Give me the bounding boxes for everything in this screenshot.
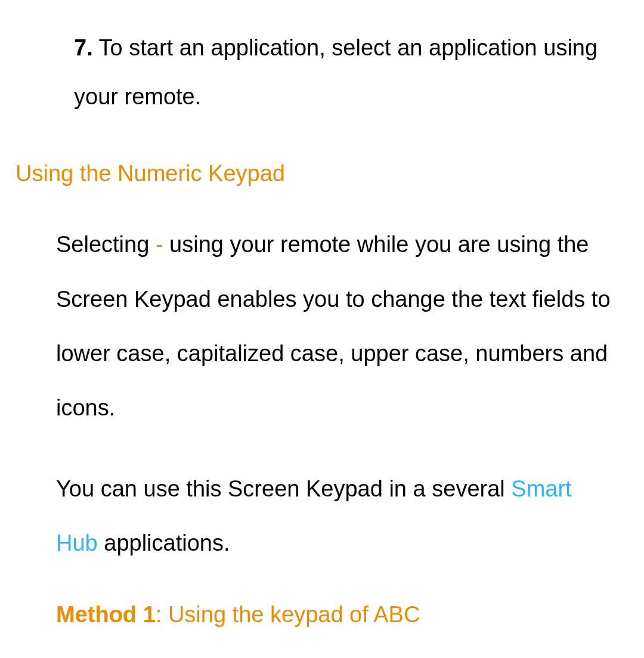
method-label: Method 1 [56,602,156,627]
para2-part1: You can use this Screen Keypad in a seve… [56,476,511,501]
method-colon: : [156,602,168,627]
para2-part2: applications. [98,530,230,555]
method-1-heading: Method 1: Using the keypad of ABC [56,598,630,632]
orange-dash: - [156,232,163,257]
step-text: To start an application, select an appli… [74,35,597,109]
paragraph-2: You can use this Screen Keypad in a seve… [56,462,612,570]
step-number: 7. [74,35,93,60]
paragraph-1: Selecting - using your remote while you … [56,218,612,435]
para1-part2: using your remote while you are using th… [56,232,611,420]
para1-part1: Selecting [56,232,156,257]
step-7-item: 7. To start an application, select an ap… [74,24,606,121]
method-text: Using the keypad of ABC [168,602,420,627]
section-heading: Using the Numeric Keypad [16,157,630,191]
